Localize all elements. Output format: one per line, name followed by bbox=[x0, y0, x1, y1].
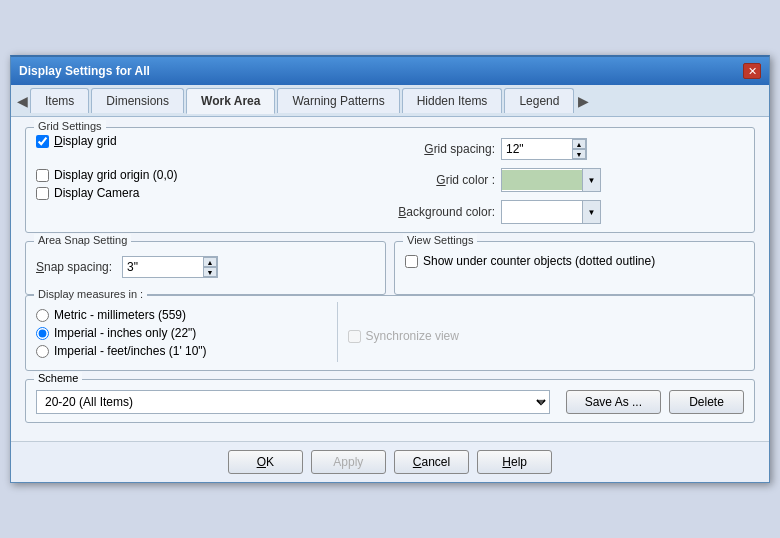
snap-spacing-spin: ▲ ▼ bbox=[122, 256, 218, 278]
dialog-title: Display Settings for All bbox=[19, 64, 150, 78]
snap-spacing-row: Snap spacing: ▲ ▼ bbox=[36, 256, 375, 278]
show-under-counter-checkbox[interactable] bbox=[405, 255, 418, 268]
imperial-inches-label: Imperial - inches only (22") bbox=[54, 326, 196, 340]
snap-panel: Area Snap Setting Snap spacing: ▲ ▼ bbox=[25, 241, 386, 295]
grid-settings-layout: DDisplay gridisplay grid Display grid or… bbox=[36, 134, 744, 224]
grid-spacing-down[interactable]: ▼ bbox=[572, 149, 586, 159]
radio-options-col: Metric - millimeters (559) Imperial - in… bbox=[36, 302, 337, 362]
view-settings-group: View Settings Show under counter objects… bbox=[394, 241, 755, 295]
display-camera-checkbox[interactable] bbox=[36, 187, 49, 200]
scheme-select-wrap: 20-20 (All Items) bbox=[36, 390, 550, 414]
show-under-counter-row: Show under counter objects (dotted outli… bbox=[405, 254, 744, 268]
view-settings-label: View Settings bbox=[403, 234, 477, 246]
display-measures-content: Metric - millimeters (559) Imperial - in… bbox=[36, 302, 744, 362]
scheme-buttons: Save As ... Delete bbox=[566, 390, 744, 414]
ok-button[interactable]: OOKK bbox=[228, 450, 303, 474]
tab-work-area[interactable]: Work Area bbox=[186, 88, 275, 114]
tab-dimensions[interactable]: Dimensions bbox=[91, 88, 184, 113]
display-camera-label: Display Camera bbox=[54, 186, 139, 200]
display-grid-label: DDisplay gridisplay grid bbox=[54, 134, 117, 148]
area-snap-group: Area Snap Setting Snap spacing: ▲ ▼ bbox=[25, 241, 386, 295]
grid-color-swatch bbox=[502, 170, 582, 190]
empty-col bbox=[572, 302, 744, 362]
display-grid-origin-label: Display grid origin (0,0) bbox=[54, 168, 177, 182]
background-color-dropdown[interactable]: ▼ bbox=[582, 201, 600, 223]
grid-spacing-up[interactable]: ▲ bbox=[572, 139, 586, 149]
view-settings-panel: View Settings Show under counter objects… bbox=[394, 241, 755, 295]
snap-spacing-up[interactable]: ▲ bbox=[203, 257, 217, 267]
background-color-row: Background color: ▼ bbox=[395, 200, 744, 224]
metric-row: Metric - millimeters (559) bbox=[36, 308, 337, 322]
buttons-row: OOKK Apply Cancel Help bbox=[11, 441, 769, 482]
tab-hidden-items[interactable]: Hidden Items bbox=[402, 88, 503, 113]
scheme-select[interactable]: 20-20 (All Items) bbox=[36, 390, 550, 414]
scheme-row: 20-20 (All Items) Save As ... Delete bbox=[36, 390, 744, 414]
grid-spacing-row: Grid spacing: ▲ ▼ bbox=[395, 138, 744, 160]
grid-settings-group: Grid Settings DDisplay gridisplay grid D… bbox=[25, 127, 755, 233]
scheme-group: Scheme 20-20 (All Items) Save As ... Del… bbox=[25, 379, 755, 423]
synchronize-col: Synchronize view bbox=[337, 302, 573, 362]
delete-button[interactable]: Delete bbox=[669, 390, 744, 414]
tab-legend[interactable]: Legend bbox=[504, 88, 574, 113]
grid-left-col: DDisplay gridisplay grid Display grid or… bbox=[36, 134, 385, 224]
help-button[interactable]: Help bbox=[477, 450, 552, 474]
synchronize-view-label: Synchronize view bbox=[366, 329, 459, 343]
apply-button[interactable]: Apply bbox=[311, 450, 386, 474]
grid-spacing-input[interactable] bbox=[502, 141, 572, 157]
grid-color-dropdown[interactable]: ▼ bbox=[582, 169, 600, 191]
tab-prev-button[interactable]: ◀ bbox=[15, 93, 30, 109]
tab-next-button[interactable]: ▶ bbox=[576, 93, 591, 109]
metric-radio[interactable] bbox=[36, 309, 49, 322]
title-bar: Display Settings for All ✕ bbox=[11, 57, 769, 85]
snap-spacing-input[interactable] bbox=[123, 259, 203, 275]
imperial-inches-radio[interactable] bbox=[36, 327, 49, 340]
display-measures-label: Display measures in : bbox=[34, 288, 147, 300]
background-color-swatch bbox=[502, 202, 582, 222]
display-grid-origin-row: Display grid origin (0,0) bbox=[36, 168, 385, 182]
background-color-label: Background color: bbox=[395, 205, 495, 219]
display-camera-row: Display Camera bbox=[36, 186, 385, 200]
background-color-picker[interactable]: ▼ bbox=[501, 200, 601, 224]
dialog: Display Settings for All ✕ ◀ Items Dimen… bbox=[10, 55, 770, 483]
snap-spacing-label: Snap spacing: bbox=[36, 260, 112, 274]
cancel-button[interactable]: Cancel bbox=[394, 450, 469, 474]
imperial-feet-row: Imperial - feet/inches (1' 10") bbox=[36, 344, 337, 358]
tabs-row: ◀ Items Dimensions Work Area Warning Pat… bbox=[11, 85, 769, 117]
grid-color-row: Grid color : ▼ bbox=[395, 168, 744, 192]
grid-color-picker[interactable]: ▼ bbox=[501, 168, 601, 192]
grid-spacing-spin: ▲ ▼ bbox=[501, 138, 587, 160]
imperial-inches-row: Imperial - inches only (22") bbox=[36, 326, 337, 340]
save-as-button[interactable]: Save As ... bbox=[566, 390, 661, 414]
area-snap-label: Area Snap Setting bbox=[34, 234, 131, 246]
display-grid-row: DDisplay gridisplay grid bbox=[36, 134, 385, 148]
tab-items[interactable]: Items bbox=[30, 88, 89, 113]
grid-spacing-label: Grid spacing: bbox=[395, 142, 495, 156]
display-measures-group: Display measures in : Metric - millimete… bbox=[25, 295, 755, 371]
scheme-label: Scheme bbox=[34, 372, 82, 384]
display-grid-origin-checkbox[interactable] bbox=[36, 169, 49, 182]
snap-spacing-down[interactable]: ▼ bbox=[203, 267, 217, 277]
synchronize-row: Synchronize view bbox=[348, 329, 459, 343]
grid-settings-label: Grid Settings bbox=[34, 120, 106, 132]
snap-spacing-spin-btns: ▲ ▼ bbox=[203, 257, 217, 277]
grid-color-label: Grid color : bbox=[395, 173, 495, 187]
metric-label: Metric - millimeters (559) bbox=[54, 308, 186, 322]
show-under-counter-label: Show under counter objects (dotted outli… bbox=[423, 254, 655, 268]
close-button[interactable]: ✕ bbox=[743, 63, 761, 79]
snap-view-row: Area Snap Setting Snap spacing: ▲ ▼ bbox=[25, 241, 755, 295]
imperial-feet-radio[interactable] bbox=[36, 345, 49, 358]
display-grid-checkbox[interactable] bbox=[36, 135, 49, 148]
grid-right-col: Grid spacing: ▲ ▼ Grid color : bbox=[395, 134, 744, 224]
imperial-feet-label: Imperial - feet/inches (1' 10") bbox=[54, 344, 207, 358]
tab-warning-patterns[interactable]: Warning Patterns bbox=[277, 88, 399, 113]
grid-spacing-spin-btns: ▲ ▼ bbox=[572, 139, 586, 159]
synchronize-view-checkbox[interactable] bbox=[348, 330, 361, 343]
content-area: Grid Settings DDisplay gridisplay grid D… bbox=[11, 117, 769, 441]
